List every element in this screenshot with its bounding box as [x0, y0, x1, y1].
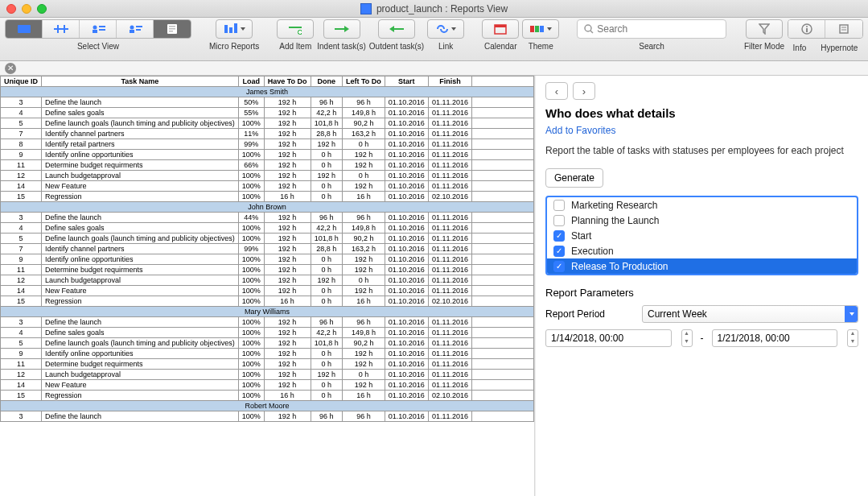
table-row[interactable]: 3Define the launch100%192 h96 h96 h01.10…	[1, 411, 534, 422]
cell-id: 3	[1, 97, 42, 108]
cell-htd: 192 h	[264, 139, 311, 150]
indent-button[interactable]	[323, 19, 360, 39]
chevron-down-icon	[241, 27, 245, 31]
cell-load: 100%	[238, 234, 264, 244]
view-document-button[interactable]	[154, 20, 191, 38]
cell-htd: 192 h	[264, 213, 311, 223]
select-view-segment[interactable]	[5, 19, 191, 39]
calendar-button[interactable]	[482, 19, 519, 39]
add-to-favorites-link[interactable]: Add to Favorites	[545, 125, 615, 136]
svg-rect-15	[169, 31, 173, 32]
col-load[interactable]: Load	[238, 76, 264, 87]
checklist-item[interactable]: Planning the Launch	[547, 213, 857, 228]
cell-finish: 02.10.2016	[428, 296, 471, 307]
generate-button[interactable]: Generate	[545, 168, 603, 188]
table-row[interactable]: 15Regression100%16 h0 h16 h01.10.201602.…	[1, 391, 534, 401]
col-finish[interactable]: Finish	[428, 76, 471, 87]
cell-load: 99%	[238, 139, 264, 150]
close-tab-button[interactable]: ✕	[5, 63, 16, 74]
table-row[interactable]: 4Define sales goals100%192 h42,2 h149,8 …	[1, 223, 534, 234]
table-row[interactable]: 12Launch budgetapproval100%192 h192 h0 h…	[1, 370, 534, 380]
checklist-item[interactable]: ✓Execution	[547, 243, 857, 258]
cell-load: 100%	[238, 286, 264, 296]
search-input-wrap[interactable]	[577, 19, 726, 39]
table-row[interactable]: 3Define the launch100%192 h96 h96 h01.10…	[1, 317, 534, 328]
checklist-item[interactable]: Marketing Research	[547, 197, 857, 213]
checkbox-icon[interactable]	[553, 200, 565, 211]
view-report-button[interactable]	[117, 20, 154, 38]
cell-done: 28,8 h	[311, 129, 342, 139]
info-button[interactable]	[788, 20, 825, 38]
cell-load: 100%	[238, 192, 264, 202]
next-report-button[interactable]: ›	[573, 82, 595, 100]
theme-button[interactable]	[522, 19, 559, 39]
filter-mode-button[interactable]	[746, 19, 783, 39]
cell-htd: 192 h	[264, 328, 311, 338]
table-row[interactable]: 11Determine budget requirments66%192 h0 …	[1, 160, 534, 171]
phase-checklist[interactable]: Marketing ResearchPlanning the Launch✓St…	[545, 196, 858, 275]
report-period-select[interactable]: Current Week	[642, 305, 858, 323]
cell-finish: 01.11.2016	[428, 160, 471, 171]
table-row[interactable]: 11Determine budget requirments100%192 h0…	[1, 359, 534, 370]
date-to-input[interactable]: 1/21/2018, 00:00	[712, 329, 838, 347]
prev-report-button[interactable]: ‹	[545, 82, 568, 100]
checkbox-icon[interactable]: ✓	[553, 261, 565, 272]
table-row[interactable]: 14New Feature100%192 h0 h192 h01.10.2016…	[1, 181, 534, 192]
search-input[interactable]	[597, 23, 719, 35]
table-row[interactable]: 5Define launch goals (launch timing and …	[1, 338, 534, 349]
date-from-stepper[interactable]: ▲▼	[681, 329, 693, 347]
cell-blank	[471, 244, 533, 254]
table-row[interactable]: 9Identify online opportunities100%192 h0…	[1, 349, 534, 359]
checkbox-icon[interactable]: ✓	[553, 230, 565, 242]
outdent-button[interactable]	[378, 19, 415, 39]
table-row[interactable]: 14New Feature100%192 h0 h192 h01.10.2016…	[1, 286, 534, 296]
table-row[interactable]: 9Identify online opportunities100%192 h0…	[1, 254, 534, 265]
col-task[interactable]: Task Name	[42, 76, 239, 87]
table-row[interactable]: 11Determine budget requirments100%192 h0…	[1, 265, 534, 275]
table-row[interactable]: 8Identify retail partners99%192 h192 h0 …	[1, 139, 534, 150]
cell-id: 4	[1, 108, 42, 118]
checkbox-icon[interactable]	[553, 215, 565, 226]
table-row[interactable]: 3Define the launch50%192 h96 h96 h01.10.…	[1, 97, 534, 108]
table-row[interactable]: 3Define the launch44%192 h96 h96 h01.10.…	[1, 213, 534, 223]
svg-rect-23	[335, 28, 344, 30]
checklist-item[interactable]: ✓Start	[547, 228, 857, 243]
table-row[interactable]: 4Define sales goals55%192 h42,2 h149,8 h…	[1, 108, 534, 118]
hypernote-button[interactable]	[825, 20, 862, 38]
col-ltd[interactable]: Left To Do	[343, 76, 385, 87]
col-done[interactable]: Done	[311, 76, 342, 87]
date-to-stepper[interactable]: ▲▼	[847, 329, 858, 347]
view-resource-button[interactable]	[80, 20, 117, 38]
col-start[interactable]: Start	[385, 76, 428, 87]
table-row[interactable]: 12Launch budgetapproval100%192 h192 h0 h…	[1, 171, 534, 181]
cell-task: Define sales goals	[42, 223, 239, 234]
checklist-item[interactable]: ✓Release To Production	[547, 258, 857, 274]
table-row[interactable]: 7Identify channel partners11%192 h28,8 h…	[1, 129, 534, 139]
micro-reports-button[interactable]	[216, 19, 253, 39]
select-view-label: Select View	[77, 42, 119, 51]
col-htd[interactable]: Have To Do	[264, 76, 311, 87]
table-row[interactable]: 9Identify online opportunities100%192 h0…	[1, 150, 534, 160]
cell-finish: 01.11.2016	[428, 328, 471, 338]
col-uid[interactable]: Unique ID	[1, 76, 42, 87]
date-from-input[interactable]: 1/14/2018, 00:00	[545, 329, 672, 347]
add-item-button[interactable]	[277, 19, 314, 39]
table-row[interactable]: 14New Feature100%192 h0 h192 h01.10.2016…	[1, 380, 534, 391]
cell-finish: 01.11.2016	[428, 411, 471, 422]
table-row[interactable]: 15Regression100%16 h0 h16 h01.10.201602.…	[1, 296, 534, 307]
table-row[interactable]: 5Define launch goals (launch timing and …	[1, 118, 534, 129]
table-row[interactable]: 7Identify channel partners99%192 h28,8 h…	[1, 244, 534, 254]
checkbox-icon[interactable]: ✓	[553, 246, 565, 257]
cell-blank	[471, 97, 533, 108]
cell-blank	[471, 223, 533, 234]
cell-ltd: 192 h	[343, 380, 385, 391]
table-row[interactable]: 12Launch budgetapproval100%192 h192 h0 h…	[1, 275, 534, 286]
view-split-button[interactable]	[43, 20, 80, 38]
table-row[interactable]: 15Regression100%16 h0 h16 h01.10.201602.…	[1, 192, 534, 202]
table-row[interactable]: 5Define launch goals (launch timing and …	[1, 234, 534, 244]
cell-ltd: 96 h	[343, 97, 385, 108]
cell-load: 100%	[238, 338, 264, 349]
view-gantt-button[interactable]	[6, 20, 43, 38]
table-row[interactable]: 4Define sales goals100%192 h42,2 h149,8 …	[1, 328, 534, 338]
link-button[interactable]	[427, 19, 464, 39]
